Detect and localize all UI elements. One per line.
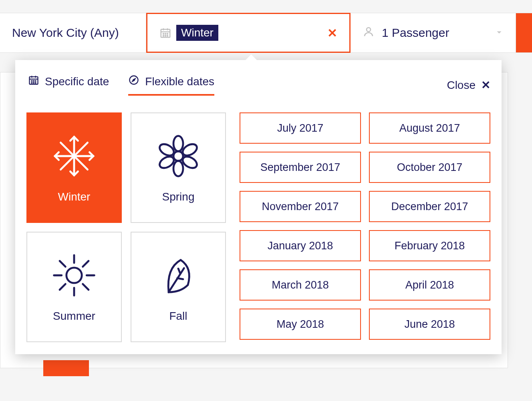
person-icon <box>363 26 375 40</box>
date-tabs: Specific date Flexible dates Close ✕ <box>26 74 490 96</box>
month-button[interactable]: December 2017 <box>369 191 490 222</box>
month-button[interactable]: March 2018 <box>240 269 361 301</box>
month-button[interactable]: May 2018 <box>240 309 361 340</box>
svg-point-7 <box>163 36 164 36</box>
month-button[interactable]: October 2017 <box>369 152 490 183</box>
month-button[interactable]: April 2018 <box>369 269 490 301</box>
svg-point-9 <box>167 36 168 36</box>
svg-line-40 <box>83 284 89 290</box>
month-button[interactable]: January 2018 <box>240 230 361 261</box>
season-label: Summer <box>53 310 95 323</box>
month-button[interactable]: February 2018 <box>369 230 490 261</box>
compass-icon <box>128 74 139 88</box>
svg-line-45 <box>178 269 180 273</box>
svg-point-15 <box>31 80 32 81</box>
svg-point-29 <box>173 161 183 176</box>
svg-line-44 <box>177 278 183 279</box>
date-value-pill: Winter <box>176 25 218 41</box>
tab-label: Specific date <box>45 75 109 88</box>
svg-point-4 <box>163 34 164 34</box>
destination-field[interactable]: New York City (Any) <box>0 13 146 52</box>
season-card-summer[interactable]: Summer <box>26 232 122 342</box>
season-label: Spring <box>162 190 195 203</box>
tab-specific-date[interactable]: Specific date <box>28 74 109 96</box>
sun-icon <box>50 251 98 299</box>
season-card-spring[interactable]: Spring <box>131 112 226 223</box>
snowflake-icon <box>50 132 98 180</box>
calendar-icon <box>28 74 39 88</box>
svg-point-16 <box>33 80 34 81</box>
passenger-value: 1 Passenger <box>382 26 449 40</box>
svg-point-6 <box>167 34 168 34</box>
flower-icon <box>154 132 202 180</box>
svg-line-39 <box>60 261 65 267</box>
flexible-dates-content: Winter Spring <box>26 112 490 342</box>
svg-point-5 <box>165 34 166 34</box>
date-field[interactable]: Winter ✕ <box>146 13 351 53</box>
close-button[interactable]: Close ✕ <box>447 78 490 92</box>
svg-line-42 <box>60 284 65 290</box>
svg-point-8 <box>165 36 166 36</box>
season-card-fall[interactable]: Fall <box>131 232 226 342</box>
seasons-grid: Winter Spring <box>26 112 226 342</box>
svg-point-20 <box>35 82 36 83</box>
svg-point-28 <box>173 136 183 151</box>
month-button[interactable]: September 2017 <box>240 152 361 183</box>
svg-line-41 <box>83 261 89 267</box>
month-button[interactable]: June 2018 <box>369 309 490 340</box>
season-label: Winter <box>58 190 91 203</box>
destination-value: New York City (Any) <box>12 26 119 40</box>
svg-point-34 <box>66 268 82 283</box>
tab-label: Flexible dates <box>145 75 214 88</box>
month-button[interactable]: November 2017 <box>240 191 361 222</box>
month-button[interactable]: July 2017 <box>240 112 361 144</box>
search-bar: New York City (Any) Winter ✕ <box>0 13 532 53</box>
close-icon: ✕ <box>481 78 490 92</box>
close-label: Close <box>447 79 476 92</box>
chevron-down-icon <box>495 26 504 40</box>
months-grid: July 2017 August 2017 September 2017 Oct… <box>240 112 490 342</box>
search-submit-fragment[interactable] <box>516 13 532 52</box>
passenger-field[interactable]: 1 Passenger <box>351 13 516 52</box>
svg-point-17 <box>35 80 36 81</box>
calendar-icon <box>159 27 171 39</box>
svg-point-18 <box>31 82 32 83</box>
tab-flexible-dates[interactable]: Flexible dates <box>128 74 214 96</box>
svg-point-10 <box>367 28 371 32</box>
season-label: Fall <box>169 310 187 323</box>
season-card-winter[interactable]: Winter <box>26 112 122 223</box>
svg-marker-22 <box>133 79 135 82</box>
clear-date-icon[interactable]: ✕ <box>327 26 337 40</box>
svg-point-27 <box>173 151 183 161</box>
backdrop-button-fragment <box>43 360 89 376</box>
leaf-icon <box>154 251 202 299</box>
svg-point-19 <box>33 82 34 83</box>
date-picker-popover: Specific date Flexible dates Close ✕ <box>15 60 502 354</box>
month-button[interactable]: August 2017 <box>369 112 490 144</box>
